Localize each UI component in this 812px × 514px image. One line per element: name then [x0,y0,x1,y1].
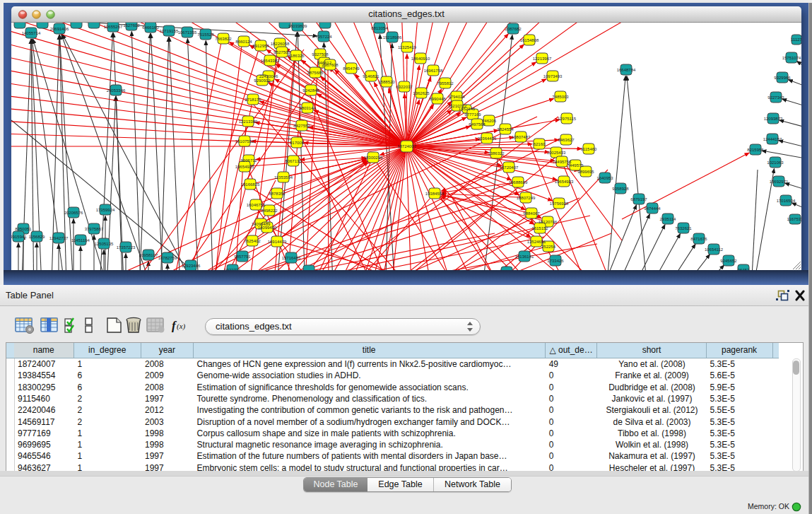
svg-text:1452145: 1452145 [459,107,476,111]
svg-text:9884067: 9884067 [523,211,540,216]
svg-text:10719155: 10719155 [160,29,179,33]
svg-text:12213967: 12213967 [533,57,552,61]
svg-text:9474444: 9474444 [644,206,661,211]
svg-text:252254: 252254 [541,245,556,249]
svg-text:1640953: 1640953 [596,176,613,180]
svg-text:8350051: 8350051 [15,227,32,231]
svg-text:8878352: 8878352 [269,192,286,196]
svg-text:9227343: 9227343 [767,95,784,100]
svg-text:18807249: 18807249 [517,196,536,200]
svg-text:6466160: 6466160 [142,25,159,30]
svg-text:8067130: 8067130 [285,159,302,163]
svg-text:12923446: 12923446 [182,264,201,268]
svg-text:1527602: 1527602 [123,23,140,28]
svg-text:8454749: 8454749 [343,66,360,71]
svg-text:11451194: 11451194 [71,238,90,243]
svg-text:9290912: 9290912 [254,78,271,83]
svg-text:9242848: 9242848 [302,88,319,93]
svg-text:16648784: 16648784 [617,68,636,72]
svg-text:9857791: 9857791 [234,255,251,259]
svg-text:29053346: 29053346 [107,88,126,93]
svg-text:20206576: 20206576 [64,211,83,215]
svg-text:7386322: 7386322 [488,151,505,156]
svg-text:19384554: 19384554 [425,192,445,196]
svg-text:8471676: 8471676 [690,237,707,241]
svg-text:19654925: 19654925 [235,165,254,169]
svg-text:10973493: 10973493 [543,74,563,78]
svg-text:16120746: 16120746 [539,220,558,224]
svg-text:16154808: 16154808 [520,38,539,42]
svg-text:2087682: 2087682 [505,27,522,31]
svg-text:13524651: 13524651 [527,240,546,244]
svg-text:96452: 96452 [738,268,750,271]
svg-text:7515528: 7515528 [197,33,214,37]
svg-text:14055714: 14055714 [22,31,41,35]
svg-text:9358928: 9358928 [612,187,629,191]
svg-text:2803144: 2803144 [299,106,316,110]
svg-text:1362625: 1362625 [413,91,430,95]
svg-text:15720407: 15720407 [500,165,519,170]
svg-text:10655267: 10655267 [104,25,123,29]
svg-text:2718176: 2718176 [245,98,261,102]
svg-text:18640910: 18640910 [411,57,430,61]
svg-text:37975867: 37975867 [85,227,104,231]
svg-text:6322037: 6322037 [396,85,413,89]
svg-text:9329966: 9329966 [774,76,791,80]
svg-text:19756928: 19756928 [550,201,569,206]
svg-text:7357224: 7357224 [315,35,332,39]
svg-text:16033809: 16033809 [288,24,307,28]
svg-text:16046755: 16046755 [247,203,266,207]
svg-text:19654923: 19654923 [555,180,574,184]
svg-text:8427552: 8427552 [293,124,310,128]
svg-text:15692971: 15692971 [770,180,789,184]
svg-text:20691406: 20691406 [50,27,69,31]
svg-text:9899695: 9899695 [577,170,594,174]
svg-text:9327508: 9327508 [312,52,329,57]
svg-text:17016504: 17016504 [777,199,796,203]
svg-text:10025433: 10025433 [547,151,566,155]
svg-text:17357223: 17357223 [117,245,136,250]
svg-text:10688609: 10688609 [509,180,528,185]
svg-text:18300295: 18300295 [364,156,383,160]
svg-text:9115460: 9115460 [581,147,598,151]
svg-text:8660124: 8660124 [235,40,252,44]
svg-text:2935114: 2935114 [660,217,677,221]
svg-text:16782759: 16782759 [158,256,177,260]
svg-text:11353594: 11353594 [274,175,293,180]
svg-text:1156829: 1156829 [29,235,46,239]
svg-text:9463627: 9463627 [558,138,575,142]
svg-text:5498222: 5498222 [261,209,278,213]
svg-text:9146821: 9146821 [363,74,379,78]
svg-text:7632621: 7632621 [675,226,692,230]
svg-text:8990448: 8990448 [429,97,446,101]
svg-text:8186326: 8186326 [288,54,305,58]
svg-text:16961758: 16961758 [424,69,443,73]
svg-text:1167533: 1167533 [787,217,801,221]
svg-text:18226058: 18226058 [271,42,290,46]
svg-text:6879197: 6879197 [630,197,647,201]
svg-text:9245652: 9245652 [720,259,737,263]
svg-text:18724007: 18724007 [397,144,416,148]
svg-text:17359924: 17359924 [96,208,115,212]
svg-text:6794024: 6794024 [448,95,465,99]
svg-text:19166825: 19166825 [241,182,260,187]
svg-text:12975115: 12975115 [558,117,577,121]
svg-text:2367608: 2367608 [322,63,339,67]
svg-text:12213389: 12213389 [239,119,258,124]
svg-text:3915941: 3915941 [11,235,27,239]
svg-text:6497568: 6497568 [469,122,486,127]
svg-text:1588520: 1588520 [378,80,395,84]
svg-text:1733426: 1733426 [547,259,564,263]
svg-text:10807487: 10807487 [512,135,531,139]
svg-text:7663822: 7663822 [215,37,232,41]
svg-text:62160: 62160 [534,142,546,146]
svg-text:3824554: 3824554 [497,127,514,132]
svg-text:7955812: 7955812 [437,81,454,86]
svg-text:14099490: 14099490 [258,226,277,230]
svg-text:7625402: 7625402 [244,239,261,243]
svg-text:16543382: 16543382 [261,59,280,63]
svg-text:11325419: 11325419 [398,45,417,49]
svg-text:11127: 11127 [791,37,801,42]
svg-text:8912954: 8912954 [252,44,269,48]
svg-text:8813054: 8813054 [371,26,388,30]
